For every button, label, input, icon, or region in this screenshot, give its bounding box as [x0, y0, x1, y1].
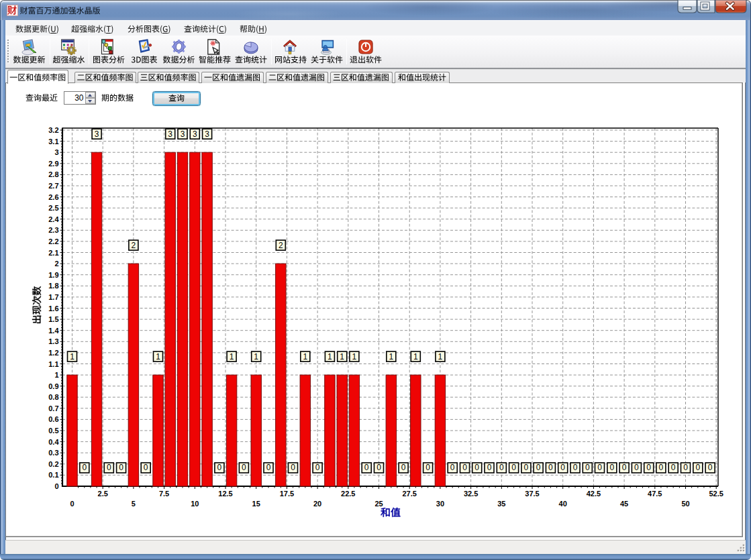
svg-text:30: 30	[74, 93, 84, 103]
